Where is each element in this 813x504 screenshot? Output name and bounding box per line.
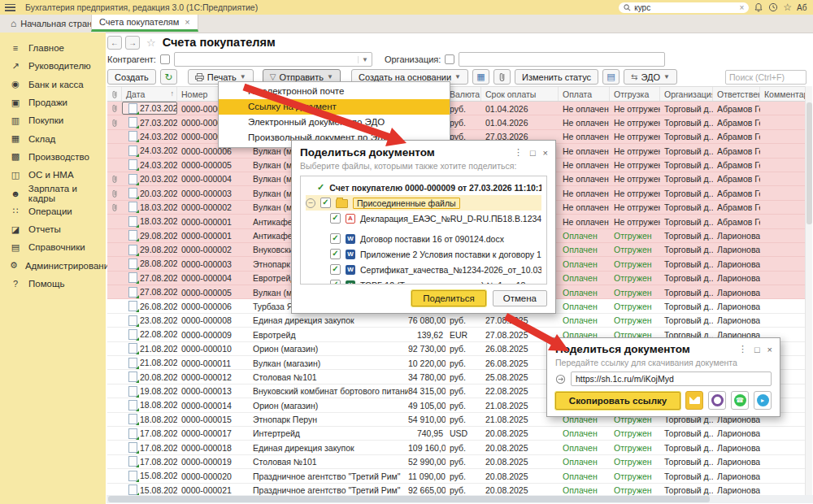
- counterparty-cell: Интертрейд: [249, 427, 408, 440]
- sidebar-item-assets[interactable]: ◫ОС и НМА: [0, 166, 106, 184]
- maximize-icon[interactable]: □: [754, 345, 760, 354]
- document-row[interactable]: ✓ Счет покупателю 0000-000009 от 27.03.2…: [306, 180, 541, 195]
- column-header[interactable]: Комментарий: [760, 87, 806, 101]
- sidebar-item-directories[interactable]: ▤Справочники: [0, 238, 106, 256]
- sidebar-item-sales[interactable]: ▣Продажи: [0, 93, 106, 111]
- file-checkbox[interactable]: ✓: [330, 249, 341, 259]
- send-telegram-button[interactable]: ▸: [754, 391, 772, 410]
- sidebar-item-payroll[interactable]: ☻Зарплата и кадры: [0, 184, 106, 202]
- table-row[interactable]: 17.08.20250000-000017Интертрейд740,95USD…: [107, 427, 806, 441]
- back-button[interactable]: ←: [107, 36, 122, 50]
- table-row[interactable]: 27.03.20260000-00000999 420,00руб.01.04.…: [107, 102, 806, 115]
- column-header[interactable]: Ответственн...: [713, 87, 760, 101]
- reports-related-button[interactable]: ▦: [472, 69, 489, 85]
- file-row[interactable]: ✓AДекларация_ЕАЭС_№RU_D-RU.ПБ18.В.12345_…: [330, 211, 541, 226]
- register-button[interactable]: ▤: [602, 69, 620, 85]
- table-search-input[interactable]: [725, 70, 806, 85]
- sidebar-item-operations[interactable]: ∷Операции: [0, 202, 106, 220]
- send-viber-button[interactable]: [708, 391, 726, 410]
- file-row[interactable]: ✓WПриложение 2 Условия поставки к догово…: [330, 246, 541, 262]
- copy-link-button[interactable]: Скопировать ссылку: [555, 392, 680, 410]
- sidebar-item-main[interactable]: ≡Главное: [0, 39, 106, 57]
- table-row[interactable]: 23.08.20250000-000008Единая дирекция зак…: [107, 314, 806, 328]
- column-header[interactable]: Дата↑: [122, 87, 177, 101]
- more-menu-icon[interactable]: ⋮: [514, 147, 523, 158]
- organization-cell: Торговый д...: [660, 102, 713, 115]
- table-row[interactable]: 15.08.20250000-000020Праздничное агентст…: [107, 469, 806, 483]
- cancel-button[interactable]: Отмена: [493, 290, 547, 306]
- file-checkbox[interactable]: ✓: [330, 213, 341, 224]
- sum-cell: 740,95: [408, 427, 446, 440]
- file-checkbox[interactable]: ✓: [330, 280, 341, 285]
- organization-cell: Торговый д...: [660, 186, 713, 199]
- send-menu-item[interactable]: Электронный документ по ЭДО: [219, 115, 450, 130]
- sidebar-item-reports[interactable]: ◪Отчеты: [0, 220, 106, 238]
- sidebar-item-purchases[interactable]: ▥Покупки: [0, 111, 106, 129]
- sidebar-item-bank-cash[interactable]: ◉Банк и касса: [0, 76, 106, 93]
- history-clock-icon[interactable]: [768, 2, 778, 12]
- maximize-icon[interactable]: □: [530, 148, 536, 158]
- file-name: Договор поставки 16 от 090124.docx: [360, 234, 504, 244]
- send-email-button[interactable]: [685, 391, 703, 410]
- file-checkbox[interactable]: ✓: [330, 264, 341, 275]
- chevron-down-icon[interactable]: ▼: [358, 56, 372, 63]
- clip-column-header[interactable]: [107, 87, 122, 101]
- share-url-input[interactable]: https://sh.1c.ru/m/iKojMyd: [571, 371, 772, 386]
- due-date-cell: 01.04.2026: [481, 115, 559, 128]
- clear-search-icon[interactable]: ×: [739, 3, 744, 12]
- paperclip-icon: [111, 89, 118, 99]
- file-checkbox[interactable]: ✓: [330, 233, 341, 244]
- edo-button[interactable]: ⇆ЭДО▼: [624, 69, 677, 85]
- counterparty-checkbox[interactable]: [160, 54, 170, 64]
- horizontal-scrollbar[interactable]: [107, 495, 813, 503]
- sidebar-item-administration[interactable]: ⚙Администрирование: [0, 257, 106, 275]
- table-row[interactable]: 27.03.20260000-00000899 420,00руб.01.04.…: [107, 115, 806, 129]
- tab-invoices[interactable]: Счета покупателям ×: [91, 15, 198, 32]
- column-header[interactable]: Организация: [660, 87, 713, 101]
- forward-button[interactable]: →: [125, 36, 140, 50]
- payment-cell: Не оплачен: [559, 144, 610, 157]
- favorite-star-icon[interactable]: ☆: [146, 37, 156, 49]
- file-row[interactable]: ✓XТОРГ-12 (Товарная накладная) № 1 от 18…: [330, 277, 541, 285]
- notifications-bell-icon[interactable]: [754, 2, 763, 12]
- organization-input[interactable]: [459, 52, 665, 67]
- sidebar-item-label: Производство: [28, 152, 89, 162]
- send-whatsapp-button[interactable]: ☎: [731, 391, 749, 410]
- attached-files-folder-row[interactable]: – ✓ Присоединенные файлы: [306, 195, 541, 211]
- favorites-star-icon[interactable]: ☆: [783, 2, 792, 12]
- close-icon[interactable]: ×: [767, 345, 772, 354]
- column-header[interactable]: Валюта: [446, 87, 481, 101]
- responsible-cell: Ларионова ...: [713, 427, 760, 440]
- file-row[interactable]: ✓WСертификат_качества_№1234-2026_от_10.0…: [330, 262, 541, 277]
- change-status-button[interactable]: Изменить статус: [515, 69, 598, 85]
- sidebar-item-manager[interactable]: ↗Руководителю: [0, 57, 106, 75]
- hamburger-menu-icon[interactable]: [5, 4, 15, 11]
- column-header[interactable]: Срок оплаты: [481, 87, 559, 101]
- user-avatar[interactable]: Аб: [797, 3, 808, 12]
- more-menu-icon[interactable]: ⋮: [738, 344, 747, 354]
- close-tab-icon[interactable]: ×: [185, 17, 189, 27]
- sidebar-item-help[interactable]: ?Помощь: [0, 275, 106, 293]
- attachments-button[interactable]: [493, 69, 511, 85]
- send-menu-item[interactable]: По электронной почте: [219, 84, 450, 99]
- collapse-icon[interactable]: –: [306, 198, 315, 208]
- table-row[interactable]: 17.08.20250000-000018Единая дирекция зак…: [107, 441, 806, 454]
- folder-checkbox[interactable]: ✓: [320, 198, 331, 208]
- payment-cell: Не оплачен: [559, 130, 610, 143]
- share-button[interactable]: Поделиться: [411, 290, 486, 306]
- column-header[interactable]: Отгрузка: [610, 87, 660, 101]
- create-button[interactable]: Создать: [107, 69, 156, 85]
- send-menu-item[interactable]: Ссылку на документ: [219, 99, 450, 115]
- counterparty-input[interactable]: ▼: [174, 52, 372, 67]
- close-icon[interactable]: ×: [543, 148, 548, 158]
- column-header[interactable]: Оплата: [559, 87, 610, 101]
- file-row[interactable]: ✓WДоговор поставки 16 от 090124.docx: [330, 231, 541, 246]
- sidebar-item-warehouse[interactable]: ▦Склад: [0, 129, 106, 147]
- table-row[interactable]: 17.08.20250000-000019Столовая №10152 990…: [107, 455, 806, 469]
- sidebar-item-production[interactable]: ▩Производство: [0, 148, 106, 166]
- sidebar-item-label: Покупки: [28, 115, 63, 125]
- global-search-input[interactable]: курс ×: [619, 2, 749, 13]
- vertical-scrollbar[interactable]: [805, 86, 812, 495]
- organization-checkbox[interactable]: [445, 54, 454, 64]
- refresh-button[interactable]: ↻: [160, 69, 177, 85]
